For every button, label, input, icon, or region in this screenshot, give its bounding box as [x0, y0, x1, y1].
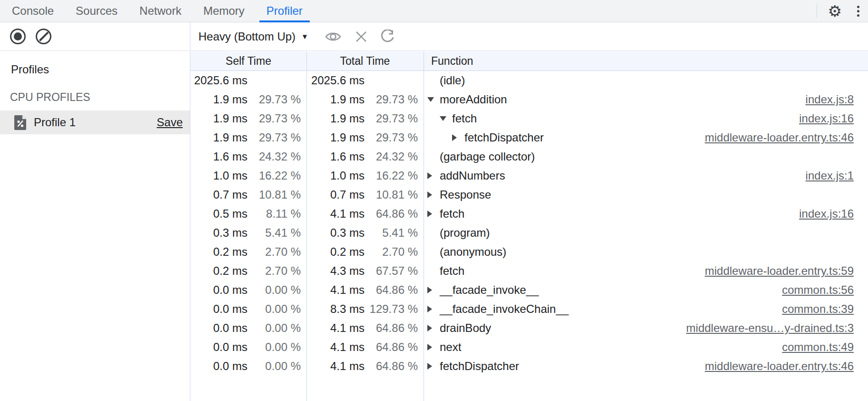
table-row[interactable]: 0.3 ms 5.41 % 0.3 ms 5.41 % (program): [190, 223, 868, 242]
function-cell: (program): [424, 226, 868, 240]
table-row[interactable]: 1.0 ms 16.22 % 1.0 ms 16.22 % addNumbers…: [190, 166, 868, 185]
cpu-profiles-section-title: CPU PROFILES: [10, 91, 90, 104]
function-cell: (anonymous): [424, 245, 868, 259]
total-time-value: 0.2 ms: [306, 245, 365, 259]
expand-arrow[interactable]: [427, 363, 439, 370]
function-cell: (idle): [424, 74, 868, 87]
table-row[interactable]: 0.2 ms 2.70 % 4.3 ms 67.57 % fetch middl…: [190, 261, 868, 281]
source-link[interactable]: index.js:16: [789, 112, 854, 125]
self-time-cell: 1.6 ms 24.32 %: [190, 150, 306, 163]
column-divider[interactable]: [306, 51, 307, 401]
tab-sources[interactable]: Sources: [65, 0, 128, 22]
total-time-value: 1.9 ms: [306, 93, 365, 106]
expand-arrow[interactable]: [427, 191, 439, 198]
total-time-cell: 1.9 ms 29.73 %: [306, 131, 424, 144]
table-row[interactable]: 0.2 ms 2.70 % 0.2 ms 2.70 % (anonymous): [190, 242, 868, 261]
table-row[interactable]: 0.0 ms 0.00 % 8.3 ms 129.73 % __facade_i…: [190, 300, 868, 319]
function-cell: fetchDispatcher middleware-loader.entry.…: [424, 360, 868, 373]
column-header-self-time[interactable]: Self Time: [190, 55, 306, 68]
tabbar-right-controls: ⚙: [817, 0, 868, 22]
self-time-percent: 29.73 %: [247, 112, 301, 125]
column-header-function[interactable]: Function: [424, 55, 868, 68]
expand-arrow[interactable]: [440, 116, 451, 121]
view-mode-select[interactable]: Heavy (Bottom Up) ▼: [198, 30, 308, 43]
tab-memory[interactable]: Memory: [192, 0, 256, 22]
total-time-percent: 64.86 %: [365, 360, 418, 373]
table-row[interactable]: 0.0 ms 0.00 % 4.1 ms 64.86 % drainBody m…: [190, 319, 868, 338]
source-link[interactable]: common.ts:39: [772, 302, 854, 316]
expand-arrow[interactable]: [427, 172, 439, 179]
devtools-window: Console Sources Network Memory Profiler …: [0, 0, 868, 401]
source-link[interactable]: common.ts:56: [772, 283, 854, 297]
total-time-percent: 10.81 %: [365, 188, 418, 201]
expand-arrow[interactable]: [427, 97, 439, 102]
expand-arrow[interactable]: [427, 325, 439, 331]
table-row[interactable]: 1.9 ms 29.73 % 1.9 ms 29.73 % moreAdditi…: [190, 90, 868, 109]
self-time-value: 0.3 ms: [190, 226, 247, 240]
total-time-percent: 16.22 %: [365, 169, 418, 182]
total-time-cell: 2025.6 ms: [306, 74, 424, 87]
source-link[interactable]: index.js:1: [796, 169, 854, 182]
self-time-cell: 0.0 ms 0.00 %: [190, 302, 306, 316]
total-time-percent: 2.70 %: [365, 245, 418, 259]
tab-console[interactable]: Console: [1, 0, 65, 22]
total-time-cell: 4.3 ms 67.57 %: [306, 264, 424, 278]
expand-arrow[interactable]: [427, 211, 439, 217]
eye-icon[interactable]: [325, 30, 342, 43]
expand-arrow[interactable]: [427, 344, 439, 351]
total-time-value: 4.1 ms: [306, 360, 365, 373]
table-row[interactable]: 0.0 ms 0.00 % 4.1 ms 64.86 % fetchDispat…: [190, 357, 868, 376]
table-row[interactable]: 1.9 ms 29.73 % 1.9 ms 29.73 % fetchDispa…: [190, 128, 868, 147]
profile-data-grid: Self Time Total Time Function 2025.6 ms …: [190, 51, 868, 401]
source-link[interactable]: middleware-loader.entry.ts:46: [695, 131, 854, 144]
table-row[interactable]: 0.5 ms 8.11 % 4.1 ms 64.86 % fetch index…: [190, 204, 868, 223]
column-divider[interactable]: [424, 51, 424, 401]
more-menu-icon[interactable]: [856, 4, 860, 19]
self-time-percent: 16.22 %: [247, 169, 301, 182]
source-link[interactable]: common.ts:49: [772, 341, 854, 354]
profile-name: Profile 1: [34, 116, 76, 129]
function-name: Response: [440, 188, 491, 201]
expand-arrow[interactable]: [427, 287, 439, 293]
tab-profiler[interactable]: Profiler: [256, 0, 314, 22]
sidebar-title: Profiles: [11, 63, 49, 76]
source-link[interactable]: middleware-loader.entry.ts:59: [695, 264, 854, 278]
self-time-percent: 29.73 %: [247, 93, 301, 106]
total-time-value: 4.1 ms: [306, 321, 365, 335]
table-row[interactable]: 2025.6 ms 2025.6 ms (idle): [190, 71, 868, 90]
expand-arrow[interactable]: [452, 134, 464, 141]
function-cell: moreAddition index.js:8: [424, 93, 868, 106]
table-row[interactable]: 1.6 ms 24.32 % 1.6 ms 24.32 % (garbage c…: [190, 147, 868, 166]
sidebar-item-profile-1[interactable]: Profile 1 Save: [0, 110, 190, 134]
self-time-value: 0.0 ms: [190, 360, 247, 373]
source-link[interactable]: middleware-loader.entry.ts:46: [695, 360, 854, 373]
self-time-value: 0.5 ms: [190, 207, 247, 221]
record-icon[interactable]: [10, 29, 26, 44]
total-time-percent: 67.57 %: [365, 264, 418, 278]
total-time-percent: 24.32 %: [365, 150, 418, 163]
toolbar-divider: [817, 4, 817, 18]
tab-network[interactable]: Network: [128, 0, 192, 22]
self-time-value: 0.7 ms: [190, 188, 247, 201]
self-time-cell: 0.0 ms 0.00 %: [190, 283, 306, 297]
self-time-percent: 2.70 %: [247, 264, 301, 278]
source-link[interactable]: middleware-ensu…y-drained.ts:3: [677, 321, 854, 335]
source-link[interactable]: index.js:8: [796, 93, 854, 106]
table-row[interactable]: 0.0 ms 0.00 % 4.1 ms 64.86 % __facade_in…: [190, 281, 868, 300]
expand-arrow[interactable]: [427, 306, 439, 312]
function-name: (garbage collector): [440, 150, 535, 163]
close-icon[interactable]: [355, 30, 367, 43]
table-row[interactable]: 0.0 ms 0.00 % 4.1 ms 64.86 % next common…: [190, 338, 868, 357]
table-row[interactable]: 1.9 ms 29.73 % 1.9 ms 29.73 % fetch inde…: [190, 109, 868, 128]
save-link[interactable]: Save: [157, 116, 183, 129]
column-header-total-time[interactable]: Total Time: [306, 55, 424, 68]
refresh-icon[interactable]: [380, 30, 395, 44]
total-time-percent: 64.86 %: [365, 283, 418, 297]
self-time-percent: 0.00 %: [247, 283, 301, 297]
function-name: fetch: [452, 112, 477, 125]
table-row[interactable]: 0.7 ms 10.81 % 0.7 ms 10.81 % Response: [190, 185, 868, 204]
function-name: __facade_invokeChain__: [440, 302, 569, 316]
gear-icon[interactable]: ⚙: [828, 3, 842, 19]
clear-icon[interactable]: [36, 29, 51, 44]
source-link[interactable]: index.js:16: [789, 207, 854, 221]
